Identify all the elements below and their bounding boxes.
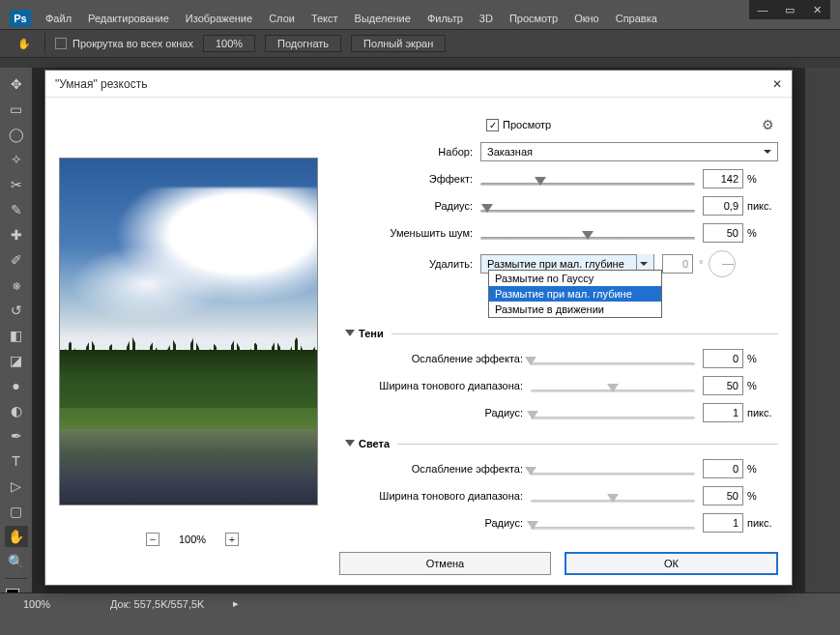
menu-type[interactable]: Текст bbox=[304, 10, 346, 27]
blur-tool-icon[interactable]: ● bbox=[5, 375, 28, 396]
menu-bar: Ps Файл Редактирование Изображение Слои … bbox=[0, 8, 840, 29]
tool-rail: ✥ ▭ ◯ ✧ ✂ ✎ ✚ ✐ ⎈ ↺ ◧ ◪ ● ◐ ✒ T ▷ ▢ ✋ 🔍 bbox=[0, 68, 33, 614]
preset-label: Набор: bbox=[339, 146, 480, 158]
dodge-tool-icon[interactable]: ◐ bbox=[5, 400, 28, 421]
sh-fade-input[interactable]: 0 bbox=[703, 349, 743, 368]
remove-option-lens[interactable]: Размытие при мал. глубине bbox=[489, 286, 661, 302]
shape-tool-icon[interactable]: ▢ bbox=[5, 501, 28, 522]
remove-option-motion[interactable]: Размытие в движении bbox=[489, 302, 661, 317]
preview-image[interactable] bbox=[59, 158, 318, 505]
marquee-tool-icon[interactable]: ▭ bbox=[5, 99, 28, 120]
dialog-close-icon[interactable]: ✕ bbox=[772, 77, 782, 91]
eraser-tool-icon[interactable]: ◧ bbox=[5, 325, 28, 346]
zoom-in-button[interactable]: + bbox=[225, 533, 239, 546]
lasso-tool-icon[interactable]: ◯ bbox=[5, 124, 28, 145]
radius-unit: пикс. bbox=[743, 200, 778, 212]
menu-filter[interactable]: Фильтр bbox=[420, 10, 471, 27]
eyedropper-tool-icon[interactable]: ✎ bbox=[5, 199, 28, 220]
pen-tool-icon[interactable]: ✒ bbox=[5, 425, 28, 447]
sh-radius-label: Радиус: bbox=[339, 407, 531, 419]
sh-fade-slider[interactable] bbox=[531, 357, 695, 361]
noise-input[interactable]: 50 bbox=[703, 223, 743, 243]
close-button[interactable]: ✕ bbox=[803, 0, 830, 19]
brush-tool-icon[interactable]: ✐ bbox=[5, 249, 28, 271]
menu-help[interactable]: Справка bbox=[608, 10, 665, 27]
menu-file[interactable]: Файл bbox=[38, 10, 79, 27]
status-arrow-icon[interactable]: ▸ bbox=[233, 597, 239, 610]
scroll-all-checkbox[interactable]: Прокрутка во всех окнах bbox=[55, 38, 193, 49]
hi-radius-slider[interactable] bbox=[531, 521, 695, 525]
hi-tonal-input[interactable]: 50 bbox=[703, 486, 743, 505]
dialog-title: "Умная" резкость bbox=[55, 77, 147, 91]
hi-fade-label: Ослабление эффекта: bbox=[339, 463, 531, 475]
crop-tool-icon[interactable]: ✂ bbox=[5, 174, 28, 195]
sh-tonal-label: Ширина тонового диапазона: bbox=[339, 380, 531, 391]
preset-select[interactable]: Заказная bbox=[480, 142, 778, 161]
noise-slider[interactable] bbox=[480, 231, 695, 235]
radius-label: Радиус: bbox=[339, 200, 480, 212]
menu-window[interactable]: Окно bbox=[566, 10, 607, 27]
remove-value: Размытие при мал. глубине bbox=[487, 258, 624, 270]
highlights-section-label: Света bbox=[359, 438, 390, 449]
radius-input[interactable]: 0,9 bbox=[703, 196, 743, 216]
hand-tool-icon[interactable]: ✋ bbox=[5, 526, 28, 547]
option-bar: ✋ Прокрутка во всех окнах 100% Подогнать… bbox=[0, 29, 840, 58]
ok-button[interactable]: ОК bbox=[565, 552, 778, 575]
heal-tool-icon[interactable]: ✚ bbox=[5, 224, 28, 245]
magic-wand-tool-icon[interactable]: ✧ bbox=[5, 149, 28, 170]
hi-fade-input[interactable]: 0 bbox=[703, 459, 743, 478]
sh-radius-slider[interactable] bbox=[531, 411, 695, 415]
sh-tonal-slider[interactable] bbox=[531, 384, 695, 388]
smart-sharpen-dialog: "Умная" резкость ✕ − 100% + ✓ Просмотр bbox=[44, 70, 793, 586]
move-tool-icon[interactable]: ✥ bbox=[5, 73, 28, 95]
type-tool-icon[interactable]: T bbox=[5, 450, 28, 472]
zoom-out-button[interactable]: − bbox=[146, 533, 159, 546]
amount-slider[interactable] bbox=[480, 177, 695, 181]
cancel-button[interactable]: Отмена bbox=[339, 552, 551, 575]
sh-fade-label: Ослабление эффекта: bbox=[339, 353, 531, 364]
angle-degree-icon: ° bbox=[699, 258, 703, 270]
scroll-all-label: Прокрутка во всех окнах bbox=[72, 38, 193, 49]
preset-value: Заказная bbox=[487, 146, 533, 158]
angle-dial[interactable] bbox=[709, 250, 736, 277]
history-brush-tool-icon[interactable]: ↺ bbox=[5, 300, 28, 321]
menu-image[interactable]: Изображение bbox=[178, 10, 260, 27]
settings-gear-icon[interactable]: ⚙ bbox=[762, 117, 774, 132]
remove-dropdown-list: Размытие по Гауссу Размытие при мал. глу… bbox=[488, 270, 662, 318]
maximize-button[interactable]: ▭ bbox=[776, 0, 803, 19]
status-doc: Док: 557,5K/557,5K bbox=[110, 598, 204, 610]
remove-label: Удалить: bbox=[339, 258, 480, 270]
highlights-disclosure-icon[interactable] bbox=[345, 440, 355, 451]
menu-layer[interactable]: Слои bbox=[261, 10, 303, 27]
menu-edit[interactable]: Редактирование bbox=[80, 10, 177, 27]
preview-checkbox[interactable]: ✓ Просмотр bbox=[486, 119, 551, 131]
menu-view[interactable]: Просмотр bbox=[502, 10, 565, 27]
radius-slider[interactable] bbox=[480, 204, 695, 208]
minimize-button[interactable]: — bbox=[749, 0, 776, 19]
zoom-percent: 100% bbox=[179, 534, 206, 545]
zoom-tool-icon[interactable]: 🔍 bbox=[5, 551, 28, 572]
amount-unit: % bbox=[743, 173, 778, 185]
hi-tonal-label: Ширина тонового диапазона: bbox=[339, 490, 531, 502]
fit-button[interactable]: Подогнать bbox=[265, 35, 341, 52]
menu-select[interactable]: Выделение bbox=[347, 10, 419, 27]
amount-input[interactable]: 142 bbox=[703, 169, 743, 188]
zoom-100-button[interactable]: 100% bbox=[203, 35, 255, 52]
shadows-section-label: Тени bbox=[359, 328, 384, 339]
path-select-tool-icon[interactable]: ▷ bbox=[5, 476, 28, 497]
hi-tonal-slider[interactable] bbox=[531, 494, 695, 498]
angle-input[interactable]: 0 bbox=[662, 254, 693, 274]
noise-unit: % bbox=[743, 227, 778, 239]
hi-radius-input[interactable]: 1 bbox=[703, 513, 743, 533]
fullscreen-button[interactable]: Полный экран bbox=[351, 35, 446, 52]
shadows-disclosure-icon[interactable] bbox=[345, 330, 355, 341]
gradient-tool-icon[interactable]: ◪ bbox=[5, 350, 28, 371]
hi-radius-label: Радиус: bbox=[339, 517, 531, 529]
sh-tonal-input[interactable]: 50 bbox=[703, 376, 743, 395]
hi-fade-slider[interactable] bbox=[531, 467, 695, 471]
remove-option-gaussian[interactable]: Размытие по Гауссу bbox=[489, 271, 661, 286]
menu-3d[interactable]: 3D bbox=[472, 10, 501, 27]
sh-radius-input[interactable]: 1 bbox=[703, 403, 743, 422]
stamp-tool-icon[interactable]: ⎈ bbox=[5, 274, 28, 296]
status-zoom[interactable]: 100% bbox=[23, 598, 81, 610]
